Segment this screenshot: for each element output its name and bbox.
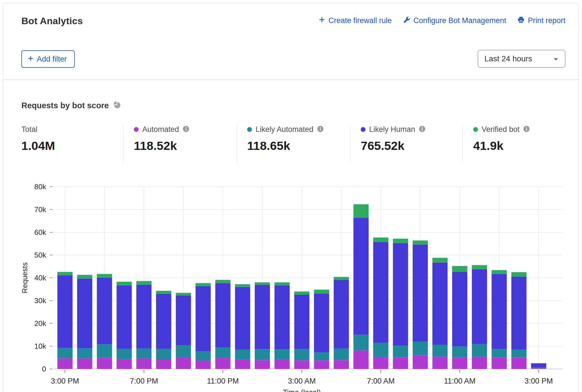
bar-segment[interactable] [97, 344, 112, 358]
bar-segment[interactable] [77, 278, 92, 348]
bar-segment[interactable] [314, 352, 329, 360]
bar-segment[interactable] [393, 346, 408, 357]
bar-segment[interactable] [413, 245, 428, 341]
bar-segment[interactable] [432, 263, 448, 345]
bar-segment[interactable] [294, 292, 310, 295]
bar-segment[interactable] [334, 277, 349, 280]
bar-segment[interactable] [492, 270, 507, 274]
bar-segment[interactable] [57, 272, 73, 275]
info-icon[interactable] [317, 126, 324, 133]
bar-segment[interactable] [235, 284, 250, 287]
bar-segment[interactable] [452, 357, 467, 369]
bar-segment[interactable] [472, 265, 487, 269]
bar-segment[interactable] [294, 349, 310, 361]
time-range-select[interactable]: Last 24 hours [478, 50, 565, 68]
bar-segment[interactable] [77, 348, 92, 358]
bar-segment[interactable] [452, 346, 467, 357]
bar-segment[interactable] [314, 290, 329, 294]
bar-segment[interactable] [196, 361, 211, 369]
bar-segment[interactable] [176, 295, 191, 345]
bar-segment[interactable] [255, 349, 270, 360]
bar-segment[interactable] [452, 272, 467, 346]
bar-segment[interactable] [334, 348, 349, 360]
bar-segment[interactable] [136, 348, 152, 359]
bar-segment[interactable] [117, 285, 132, 349]
info-icon[interactable] [183, 126, 189, 133]
bar-segment[interactable] [511, 358, 527, 369]
bar-segment[interactable] [393, 239, 408, 243]
bar-segment[interactable] [511, 272, 527, 277]
bar-segment[interactable] [156, 291, 171, 294]
bar-segment[interactable] [156, 359, 171, 369]
bar-segment[interactable] [215, 283, 231, 347]
bar-segment[interactable] [77, 275, 92, 278]
bar-segment[interactable] [373, 357, 388, 369]
bar-segment[interactable] [136, 285, 152, 348]
bar-segment[interactable] [196, 352, 211, 361]
bar-segment[interactable] [334, 360, 349, 369]
bar-segment[interactable] [255, 360, 270, 369]
create-firewall-rule-link[interactable]: Create firewall rule [319, 16, 392, 25]
bar-segment[interactable] [274, 349, 290, 359]
bar-segment[interactable] [235, 287, 250, 350]
bar-segment[interactable] [136, 281, 152, 285]
bar-segment[interactable] [511, 277, 527, 350]
bar-segment[interactable] [413, 341, 428, 355]
print-report-link[interactable]: Print report [517, 16, 565, 25]
bar-segment[interactable] [492, 358, 507, 369]
bar-segment[interactable] [215, 358, 231, 369]
bar-segment[interactable] [176, 345, 191, 357]
bar-segment[interactable] [492, 274, 507, 349]
bar-segment[interactable] [432, 357, 448, 369]
bar-segment[interactable] [294, 295, 310, 349]
bar-segment[interactable] [294, 360, 310, 369]
bar-segment[interactable] [274, 360, 290, 369]
bar-segment[interactable] [215, 280, 231, 283]
bar-segment[interactable] [353, 350, 369, 369]
info-icon[interactable] [523, 126, 530, 133]
bar-segment[interactable] [156, 349, 171, 359]
bar-segment[interactable] [156, 294, 171, 349]
bar-segment[interactable] [57, 359, 73, 369]
bar-segment[interactable] [472, 344, 487, 357]
bar-segment[interactable] [57, 348, 73, 358]
bar-segment[interactable] [373, 343, 388, 357]
bar-segment[interactable] [531, 363, 546, 368]
bar-segment[interactable] [393, 358, 408, 369]
bar-segment[interactable] [531, 368, 546, 369]
bar-segment[interactable] [472, 269, 487, 344]
bar-segment[interactable] [97, 278, 112, 344]
bar-segment[interactable] [97, 274, 112, 278]
bar-segment[interactable] [353, 204, 369, 218]
bar-segment[interactable] [432, 258, 448, 263]
bar-segment[interactable] [353, 335, 369, 351]
bar-segment[interactable] [432, 345, 448, 357]
bar-segment[interactable] [215, 347, 231, 358]
bar-segment[interactable] [413, 355, 428, 369]
bar-segment[interactable] [314, 360, 329, 369]
bar-segment[interactable] [373, 242, 388, 343]
bar-segment[interactable] [117, 282, 132, 285]
bar-segment[interactable] [196, 283, 211, 286]
bar-segment[interactable] [274, 282, 290, 285]
bar-segment[interactable] [176, 293, 191, 295]
bar-segment[interactable] [393, 243, 408, 346]
bar-segment[interactable] [492, 349, 507, 358]
requests-by-bot-score-chart[interactable]: 010k20k30k40k50k60k70k80k3:00 PM7:00 PM1… [14, 180, 563, 392]
bar-segment[interactable] [117, 359, 132, 369]
bar-segment[interactable] [511, 350, 527, 357]
bar-segment[interactable] [452, 266, 467, 272]
bar-segment[interactable] [255, 282, 270, 285]
bar-segment[interactable] [353, 218, 369, 335]
bar-segment[interactable] [373, 238, 388, 242]
bar-segment[interactable] [196, 286, 211, 352]
bar-segment[interactable] [57, 275, 73, 348]
bar-segment[interactable] [235, 360, 250, 369]
bar-segment[interactable] [97, 358, 112, 369]
bar-segment[interactable] [255, 285, 270, 349]
configure-bot-management-link[interactable]: Configure Bot Management [403, 16, 506, 25]
bar-segment[interactable] [235, 350, 250, 360]
bar-segment[interactable] [77, 359, 92, 369]
bar-segment[interactable] [531, 368, 546, 368]
bar-segment[interactable] [136, 359, 152, 369]
